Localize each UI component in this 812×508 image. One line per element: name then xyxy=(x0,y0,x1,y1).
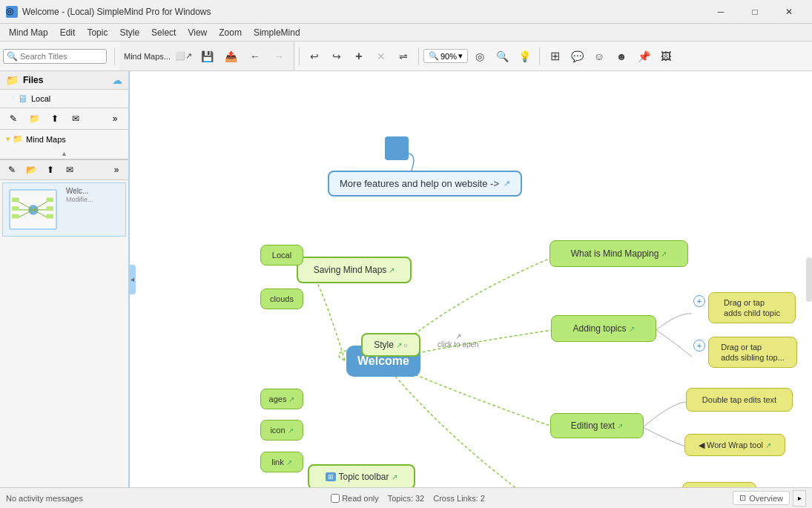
canvas-area[interactable]: More features and help on website -> ↗ W… xyxy=(130,71,812,487)
menu-zoom[interactable]: Zoom xyxy=(213,26,248,39)
node-word-wrap[interactable]: ◀ Word Wrap tool ↗ xyxy=(684,434,785,456)
status-more-btn[interactable]: ▸ xyxy=(793,490,806,507)
word-wrap-link-icon: ↗ xyxy=(765,441,771,449)
thumbnail-modified: Modifie... xyxy=(63,196,96,205)
svg-rect-12 xyxy=(46,206,53,211)
node-clouds-partial[interactable]: clouds xyxy=(260,288,303,309)
features-box[interactable]: More features and help on website -> ↗ xyxy=(328,171,522,197)
node-ages-partial[interactable]: ages ↗ xyxy=(260,389,303,409)
image-button[interactable]: 🖼 xyxy=(656,46,676,67)
more-tab-btn[interactable]: » xyxy=(108,162,125,178)
toolbar: 🔍 Mind Maps... ⬜↗ 💾 📤 ← → ↩ ↪ + ✕ ⇌ 🔍 90… xyxy=(0,42,812,71)
title-bar: ◎ Welcome - (Local) SimpleMind Pro for W… xyxy=(0,0,812,24)
files-label: Files xyxy=(23,75,43,85)
window-controls: ─ □ ✕ xyxy=(704,0,806,24)
read-only-checkbox-area[interactable]: Read only xyxy=(331,494,379,503)
maximize-button[interactable]: □ xyxy=(738,0,772,24)
topic-toolbar-link-icon: ↗ xyxy=(392,473,397,481)
svg-rect-11 xyxy=(46,198,53,202)
add-topic-button[interactable]: + xyxy=(349,46,369,67)
scroll-indicator[interactable] xyxy=(806,257,812,302)
folder-tab-btn[interactable]: 📂 xyxy=(22,162,40,178)
node-tap-select[interactable]: Tap to select xyxy=(682,482,756,487)
save-button[interactable]: 💾 xyxy=(197,46,218,67)
file-label: Mind Maps... xyxy=(124,52,171,61)
node-style[interactable]: Style ↗ ○ xyxy=(361,333,420,357)
comment-button[interactable]: 💬 xyxy=(567,46,587,67)
sidebar-tools: ✎ 📁 ⬆ ✉ » xyxy=(0,108,128,130)
node-style-label: Style xyxy=(374,340,394,350)
minimize-button[interactable]: ─ xyxy=(704,0,738,24)
node-double-tap[interactable]: Double tap edits text xyxy=(686,388,793,412)
target-icon-button[interactable]: ◎ xyxy=(469,46,490,67)
node-saving[interactable]: Saving Mind Maps ↗ xyxy=(297,257,412,283)
email-tab-btn[interactable]: ✉ xyxy=(61,162,79,178)
new-mindmap-tab-btn[interactable]: ✎ xyxy=(3,162,21,178)
node-editing-label: Editing text xyxy=(571,420,615,431)
open-file-button[interactable]: ⬜↗ xyxy=(174,46,194,67)
connections-svg xyxy=(130,71,812,487)
tree-mindmaps[interactable]: ▾ 📁 Mind Maps xyxy=(6,133,122,145)
search2-button[interactable]: 🔍 xyxy=(492,46,512,67)
search-input[interactable] xyxy=(20,52,102,61)
menu-style[interactable]: Style xyxy=(113,26,145,39)
click-to-open-label: ↗ click to open xyxy=(438,332,479,349)
node-link-partial[interactable]: link ↗ xyxy=(260,452,303,472)
node-drag-child-label: Drag or tapadds child topic xyxy=(724,297,780,319)
sidebar-upload-btn[interactable]: ⬆ xyxy=(46,110,64,127)
tree-expand-icon: ▾ 📁 xyxy=(6,134,23,144)
sidebar-email-btn[interactable]: ✉ xyxy=(67,110,85,127)
sidebar-thumbnail-item[interactable]: Welc... Modifie... xyxy=(2,182,126,237)
sidebar-tree: ▾ 📁 Mind Maps xyxy=(0,130,128,148)
node-drag-sibling[interactable]: Drag or tapadds sibling top... xyxy=(708,337,797,368)
sidebar-folder-btn[interactable]: 📁 xyxy=(25,110,43,127)
emoji2-button[interactable]: ☻ xyxy=(611,46,632,67)
layout-button[interactable]: ⊞ xyxy=(544,46,565,67)
redo-button[interactable]: ↪ xyxy=(326,46,347,67)
menu-simplemind[interactable]: SimpleMind xyxy=(248,26,306,39)
sidebar: 📁 Files ☁ 🖥 Local ✎ 📁 ⬆ ✉ » ▾ 📁 Mind Map… xyxy=(0,71,130,487)
forward-button[interactable]: → xyxy=(268,46,289,67)
menu-topic[interactable]: Topic xyxy=(81,26,113,39)
thumbnail-title: Welc... xyxy=(63,186,96,196)
lightbulb-button[interactable]: 💡 xyxy=(514,46,535,67)
read-only-checkbox[interactable] xyxy=(331,494,340,503)
back-button[interactable]: ← xyxy=(245,46,265,67)
svg-rect-8 xyxy=(12,198,19,202)
top-connector-square xyxy=(385,136,409,160)
node-adding[interactable]: Adding topics ↗ xyxy=(551,315,656,342)
main-layout: 📁 Files ☁ 🖥 Local ✎ 📁 ⬆ ✉ » ▾ 📁 Mind Map… xyxy=(0,71,812,487)
menu-mindmap[interactable]: Mind Map xyxy=(3,26,54,39)
pin-button[interactable]: 📌 xyxy=(633,46,654,67)
node-icon-partial[interactable]: icon ↗ xyxy=(260,420,303,441)
node-topic-toolbar[interactable]: ⊞ Topic toolbar ↗ xyxy=(308,464,415,487)
menu-edit[interactable]: Edit xyxy=(54,26,82,39)
editing-link-icon: ↗ xyxy=(617,422,623,430)
undo-button[interactable]: ↩ xyxy=(304,46,325,67)
style-link-icon: ↗ xyxy=(396,341,402,349)
node-what[interactable]: What is Mind Mapping ↗ xyxy=(549,240,688,267)
upload-tab-btn[interactable]: ⬆ xyxy=(42,162,59,178)
overview-button[interactable]: ⊡ Overview xyxy=(733,491,790,505)
menu-view[interactable]: View xyxy=(182,26,213,39)
menu-bar: Mind Map Edit Topic Style Select View Zo… xyxy=(0,24,812,42)
node-local-partial[interactable]: Local xyxy=(260,245,303,265)
ages-link-icon: ↗ xyxy=(288,395,294,403)
node-drag-child[interactable]: Drag or tapadds child topic xyxy=(708,292,796,323)
what-link-icon: ↗ xyxy=(661,250,667,258)
sidebar-collapse-btn[interactable]: ◂ xyxy=(128,265,136,294)
share-button[interactable]: 📤 xyxy=(221,46,242,67)
sidebar-more-btn[interactable]: » xyxy=(106,110,124,127)
menu-select[interactable]: Select xyxy=(145,26,182,39)
emoji-button[interactable]: ☺ xyxy=(589,46,610,67)
sidebar-new-btn[interactable]: ✎ xyxy=(4,110,22,127)
zoom-control[interactable]: 🔍 90% ▾ xyxy=(423,49,468,63)
crosslink-button[interactable]: ⇌ xyxy=(393,46,414,67)
delete-topic-button[interactable]: ✕ xyxy=(371,46,392,67)
cloud-icon: ☁ xyxy=(112,74,122,86)
node-editing[interactable]: Editing text ↗ xyxy=(550,413,644,438)
sidebar-local-item[interactable]: 🖥 Local xyxy=(0,90,128,108)
style-icon: ↗ xyxy=(455,332,461,340)
close-button[interactable]: ✕ xyxy=(772,0,806,24)
features-text: More features and help on website -> xyxy=(340,178,499,189)
